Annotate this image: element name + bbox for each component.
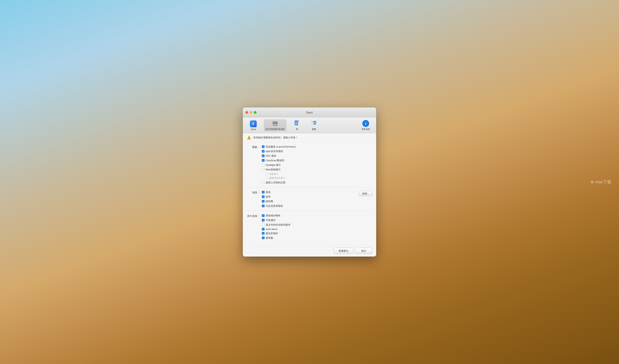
titlebar: OnyX [243, 108, 376, 118]
toolbar-label-maintain: 执行系统维护和清理 [266, 128, 284, 131]
toolbar-label-onyx: OnyX [251, 128, 256, 130]
radio-row-rebuild: 重建索引 [262, 173, 372, 176]
toolbar: X OnyX 执行系统维护和清理 [243, 118, 376, 134]
label-delete-index: 删除现有的索引 [269, 176, 285, 180]
checkbox-logs[interactable] [262, 205, 265, 207]
checkbox-launch-services[interactable] [262, 146, 265, 148]
checkbox-row-font-cache: 字体缓存 [262, 218, 372, 222]
checkbox-internet[interactable] [262, 200, 265, 203]
rebuild-content: 启动服务 (LaunchServices) dyld 的共享缓存 XPC 缓存 … [262, 145, 372, 184]
checkbox-row-internet: 因特网 [262, 200, 357, 203]
execute-button[interactable]: 执行 [355, 248, 372, 254]
label-coreduet: CoreDuet 数据库 [266, 159, 284, 162]
svg-rect-2 [273, 122, 274, 124]
toolbar-item-info[interactable]: i 本机信息 [359, 119, 372, 131]
checkbox-row-trash: 废纸篓 [262, 236, 372, 240]
other-section: 其它选项： 系统维护脚本 字体缓存 该文件的自动保存版本 Junk Items [247, 214, 372, 243]
toolbar-item-maintain[interactable]: 执行系统维护和清理 [264, 119, 286, 131]
checkbox-row-system: 系统 [262, 190, 357, 194]
label-desktop: 桌面上宗卷的位置 [266, 181, 285, 184]
restore-defaults-button[interactable]: 恢复默认 [334, 248, 353, 254]
checkbox-mail[interactable] [262, 168, 265, 171]
label-trash: 废纸篓 [266, 236, 273, 240]
onyx-logo: X [250, 120, 257, 127]
close-button[interactable] [245, 111, 248, 114]
label-xpc: XPC 缓存 [266, 154, 276, 158]
checkbox-spotlight[interactable] [262, 164, 265, 166]
svg-text:New: New [314, 122, 317, 123]
checkbox-row-launch-services: 启动服务 (LaunchServices) [262, 145, 372, 148]
checkbox-row-maintenance-scripts: 系统维护脚本 [262, 214, 372, 217]
checkbox-junk-items[interactable] [262, 228, 265, 230]
radio-rebuild-index[interactable] [266, 173, 268, 175]
checkbox-row-logs: 日志信息和报告 [262, 204, 357, 208]
label-mail: Mail 邮箱索引 [266, 168, 281, 171]
options-button[interactable]: 选项... [359, 191, 372, 196]
maximize-button[interactable] [254, 111, 256, 114]
checkbox-row-auto-save: 该文件的自动保存版本 [262, 223, 372, 227]
checkbox-xpc[interactable] [262, 155, 265, 157]
watermark-text: mac下载 [595, 179, 611, 185]
label-maintenance-scripts: 系统维护脚本 [266, 214, 281, 217]
checkbox-dyld[interactable] [262, 150, 265, 153]
other-label: 其它选项： [247, 214, 262, 240]
info-circle: i [362, 120, 369, 127]
toolbar-item-archive[interactable]: 档 [290, 119, 304, 131]
svg-rect-9 [295, 124, 297, 125]
checkbox-maintenance-scripts[interactable] [262, 214, 265, 217]
checkbox-row-junk-items: Junk Items [262, 228, 372, 230]
info-icon: i [362, 120, 369, 127]
label-junk-items: Junk Items [266, 228, 278, 230]
checkbox-programs[interactable] [262, 196, 265, 198]
checkbox-auto-save[interactable] [262, 224, 265, 226]
checkbox-recent-items[interactable] [262, 232, 265, 235]
toolbar-item-onyx[interactable]: X OnyX [247, 120, 260, 131]
toolbar-label-info: 本机信息 [362, 128, 370, 131]
options-area: 系统 程序 因特网 日志信息和报告 [262, 190, 372, 208]
toolbar-item-params[interactable]: New One 参数 [307, 119, 321, 131]
label-rebuild-index: 重建索引 [269, 173, 279, 176]
watermark: ⊕ mac下载 [591, 179, 611, 185]
rebuild-section: 重建： 启动服务 (LaunchServices) dyld 的共享缓存 XPC… [247, 145, 372, 188]
checkbox-desktop[interactable] [262, 181, 265, 184]
checkbox-row-recent-items: 最近的项目 [262, 232, 372, 235]
checkbox-trash[interactable] [262, 237, 265, 239]
traffic-lights [245, 111, 256, 114]
toolbar-label-params: 参数 [312, 128, 316, 131]
label-internet: 因特网 [266, 200, 273, 203]
checkbox-coreduet[interactable] [262, 159, 265, 162]
svg-rect-11 [312, 122, 314, 122]
radio-row-delete: 删除现有的索引 [262, 176, 372, 180]
checkbox-row-desktop: 桌面上宗卷的位置 [262, 181, 372, 184]
clean-section: 清理： 系统 程序 [247, 190, 372, 211]
svg-rect-8 [295, 123, 297, 124]
minimize-button[interactable] [250, 111, 252, 114]
main-content: 重建： 启动服务 (LaunchServices) dyld 的共享缓存 XPC… [243, 142, 376, 246]
label-launch-services: 启动服务 (LaunchServices) [266, 145, 295, 148]
bottom-bar: 恢复默认 执行 [243, 246, 376, 257]
clean-checkboxes: 系统 程序 因特网 日志信息和报告 [262, 190, 357, 208]
label-dyld: dyld 的共享缓存 [266, 150, 283, 153]
checkbox-row-spotlight: Spotlight 索引 [262, 163, 372, 167]
wrench-icon [272, 120, 279, 127]
warning-icon: ⚠️ [247, 135, 251, 140]
checkbox-font-cache[interactable] [262, 219, 265, 222]
label-programs: 程序 [266, 195, 271, 199]
file-icon: New One [311, 120, 318, 127]
label-system: 系统 [266, 190, 271, 194]
clean-content: 系统 程序 因特网 日志信息和报告 [262, 190, 372, 208]
warning-text: 有些操作需要很长的时间。请耐心等候！ [253, 136, 298, 139]
radio-delete-index[interactable] [266, 177, 268, 179]
svg-rect-12 [312, 122, 313, 123]
checkbox-system[interactable] [262, 191, 265, 194]
checkbox-row-xpc: XPC 缓存 [262, 154, 372, 158]
label-font-cache: 字体缓存 [266, 218, 276, 222]
label-logs: 日志信息和报告 [266, 204, 283, 208]
other-content: 系统维护脚本 字体缓存 该文件的自动保存版本 Junk Items 最近的项目 [262, 214, 372, 240]
label-spotlight: Spotlight 索引 [266, 163, 281, 167]
doc-icon [294, 120, 300, 127]
checkbox-row-coreduet: CoreDuet 数据库 [262, 159, 372, 162]
rebuild-label: 重建： [247, 145, 262, 184]
checkbox-row-programs: 程序 [262, 195, 357, 199]
svg-rect-7 [295, 123, 297, 123]
